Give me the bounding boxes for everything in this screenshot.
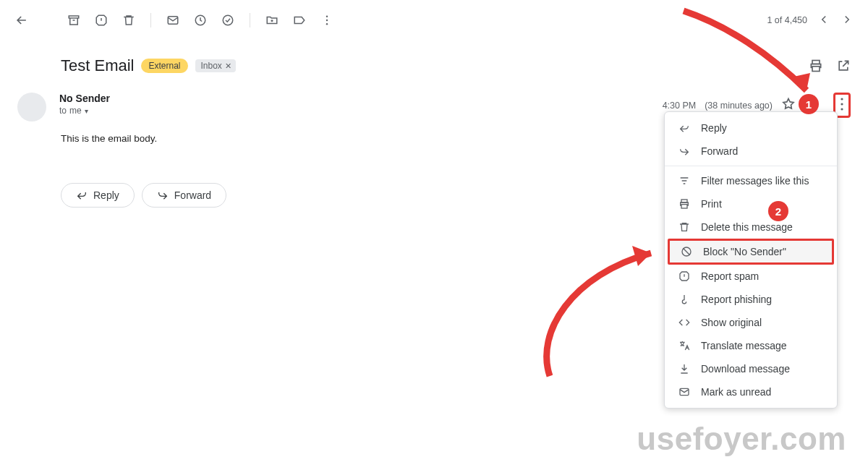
forward-button[interactable]: Forward (142, 183, 226, 208)
code-icon (678, 316, 691, 329)
menu-filter-label: Filter messages like this (701, 175, 809, 187)
delete-icon (678, 221, 691, 234)
watermark-text: usefoyer.com (637, 421, 846, 457)
external-chip: External (141, 59, 187, 73)
sender-block: No Sender to me ▾ (59, 93, 110, 116)
menu-reply-label: Reply (701, 122, 727, 134)
reply-button[interactable]: Reply (61, 183, 135, 208)
subject-text: Test Email (61, 56, 134, 75)
inbox-chip[interactable]: Inbox ✕ (195, 59, 236, 72)
inbox-chip-label: Inbox (201, 61, 222, 71)
mark-unread-icon[interactable] (166, 13, 180, 27)
block-icon (680, 245, 693, 258)
svg-point-5 (326, 20, 328, 21)
reply-button-label: Reply (93, 189, 119, 201)
callout-badge-1: 1 (799, 94, 819, 114)
unread-icon (678, 385, 691, 398)
labels-icon[interactable] (292, 13, 307, 27)
menu-reply[interactable]: Reply (665, 116, 837, 140)
download-icon (678, 362, 691, 375)
menu-phishing[interactable]: Report phishing (665, 288, 837, 311)
svg-point-10 (841, 103, 843, 105)
report-spam-icon[interactable] (94, 13, 109, 27)
forward-button-label: Forward (174, 189, 211, 201)
reply-icon (678, 121, 691, 134)
move-to-icon[interactable] (265, 13, 279, 27)
sender-name: No Sender (59, 93, 110, 104)
spam-icon (678, 270, 691, 283)
menu-phishing-label: Report phishing (701, 294, 772, 305)
annotation-arrow-2 (506, 231, 680, 390)
more-menu: Reply Forward Filter messages like this … (664, 111, 838, 409)
more-toolbar-icon[interactable] (320, 13, 334, 27)
menu-delete[interactable]: Delete this message (665, 215, 837, 239)
svg-rect-13 (681, 205, 687, 208)
separator (250, 13, 250, 27)
menu-block-label: Block "No Sender" (703, 246, 786, 257)
menu-print-label: Print (701, 198, 722, 210)
close-icon[interactable]: ✕ (225, 61, 231, 71)
menu-filter[interactable]: Filter messages like this (665, 169, 837, 192)
menu-translate-label: Translate message (701, 340, 787, 351)
menu-download[interactable]: Download message (665, 357, 837, 380)
menu-forward[interactable]: Forward (665, 140, 837, 163)
chevron-down-icon: ▾ (85, 107, 88, 115)
open-new-window-icon[interactable] (836, 59, 851, 73)
svg-point-9 (841, 98, 843, 100)
menu-delete-label: Delete this message (701, 221, 793, 233)
to-prefix: to (59, 106, 67, 116)
separator (150, 13, 151, 27)
svg-point-4 (326, 16, 328, 17)
svg-rect-0 (69, 16, 79, 18)
to-target: me (69, 106, 82, 116)
snooze-icon[interactable] (193, 13, 208, 27)
menu-download-label: Download message (701, 363, 790, 375)
menu-original-label: Show original (701, 317, 762, 328)
delete-icon[interactable] (122, 13, 136, 27)
forward-icon (678, 145, 691, 158)
print-icon (678, 197, 691, 210)
archive-icon[interactable] (67, 13, 81, 27)
to-line[interactable]: to me ▾ (59, 106, 110, 116)
back-icon[interactable] (14, 13, 29, 27)
menu-original[interactable]: Show original (665, 311, 837, 334)
menu-separator (665, 166, 837, 166)
svg-point-11 (841, 108, 843, 110)
menu-forward-label: Forward (701, 145, 738, 157)
menu-print[interactable]: Print (665, 192, 837, 215)
next-page-icon[interactable] (841, 13, 854, 28)
svg-point-6 (326, 23, 328, 25)
menu-spam[interactable]: Report spam (665, 265, 837, 288)
menu-block[interactable]: Block "No Sender" (668, 239, 834, 265)
menu-unread-label: Mark as unread (701, 386, 771, 398)
callout-badge-2: 2 (768, 201, 788, 221)
phishing-icon (678, 293, 691, 306)
menu-translate[interactable]: Translate message (665, 334, 837, 357)
svg-point-3 (223, 15, 233, 25)
menu-unread[interactable]: Mark as unread (665, 380, 837, 403)
add-task-icon[interactable] (221, 13, 235, 27)
translate-icon (678, 339, 691, 352)
filter-icon (678, 174, 691, 187)
avatar (17, 93, 46, 121)
menu-spam-label: Report spam (701, 270, 759, 282)
